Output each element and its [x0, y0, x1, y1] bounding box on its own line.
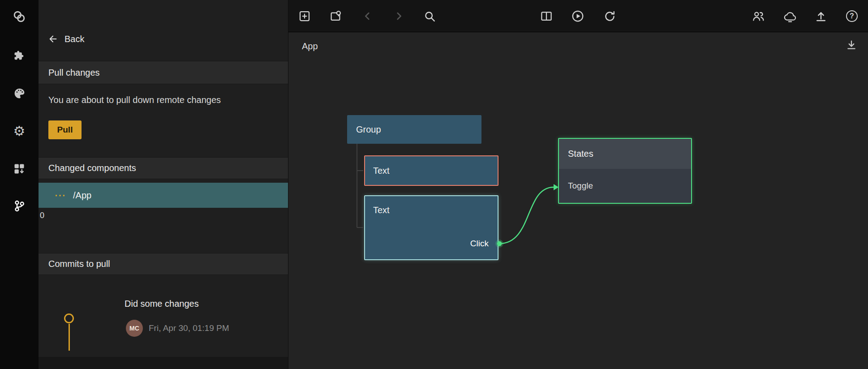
component-breadcrumb: App — [302, 41, 318, 51]
cloud-services-icon[interactable] — [783, 9, 797, 23]
preview-play-icon[interactable] — [571, 9, 584, 23]
node-states-row-label: Toggle — [568, 181, 593, 191]
changed-component-item-app[interactable]: ⋯ /App — [39, 183, 288, 208]
commit-graph-line — [69, 324, 70, 351]
node-text-selected-label: Text — [373, 205, 390, 215]
help-glyph: ? — [846, 10, 858, 22]
theme-palette-icon[interactable] — [11, 85, 27, 101]
node-group-label: Group — [356, 124, 381, 135]
node-states-row-toggle[interactable]: Toggle — [559, 169, 691, 203]
changed-components-title: Changed components — [48, 163, 136, 173]
hierarchy-lines — [357, 144, 363, 227]
collaborators-icon[interactable] — [752, 9, 765, 23]
node-text-changed[interactable]: Text — [364, 155, 498, 186]
nav-forward-icon[interactable] — [392, 9, 405, 23]
changed-components-header: Changed components — [39, 157, 288, 179]
pull-changes-title: Pull changes — [48, 68, 100, 78]
commit-timestamp: Fri, Apr 30, 01:19 PM — [149, 323, 229, 333]
node-states-header: States — [559, 139, 691, 169]
create-component-icon[interactable] — [329, 9, 342, 23]
changed-component-label: /App — [73, 190, 91, 201]
commits-to-pull-header: Commits to pull — [39, 253, 288, 275]
commit-graph-node — [64, 313, 74, 323]
version-control-icon[interactable] — [11, 198, 27, 214]
deploy-icon[interactable] — [814, 9, 828, 23]
nav-back-icon[interactable] — [361, 9, 374, 23]
changed-count-badge: 0 — [40, 211, 44, 220]
app-root: ⚙ Back Pull — [0, 0, 868, 369]
back-label: Back — [64, 34, 84, 44]
noodl-logo-icon[interactable] — [11, 9, 27, 25]
plugins-icon[interactable] — [11, 47, 27, 64]
pull-changes-header: Pull changes — [39, 61, 288, 84]
split-editor-icon[interactable] — [540, 9, 553, 23]
panel-footer-strip — [39, 357, 288, 369]
back-button[interactable]: Back — [39, 29, 288, 49]
add-node-icon[interactable] — [298, 9, 311, 23]
help-icon[interactable]: ? — [845, 9, 859, 23]
node-states-label: States — [568, 149, 593, 159]
components-icon[interactable] — [11, 161, 27, 177]
gear-glyph: ⚙ — [13, 124, 26, 138]
version-control-panel: Back Pull changes You are about to pull … — [39, 0, 288, 369]
node-group[interactable]: Group — [347, 115, 481, 144]
refresh-icon[interactable] — [603, 9, 616, 23]
settings-gear-icon[interactable]: ⚙ — [11, 123, 27, 139]
search-icon[interactable] — [423, 9, 436, 23]
activity-bar: ⚙ — [0, 0, 39, 369]
pull-button[interactable]: Pull — [48, 120, 82, 139]
back-arrow-icon — [48, 34, 58, 44]
node-text-selected[interactable]: Text Click — [364, 195, 498, 260]
commit-author-avatar: MC — [126, 320, 143, 337]
main-area: ? App Group Text Text Click — [288, 0, 868, 369]
signal-connection[interactable] — [495, 184, 559, 248]
node-text-changed-label: Text — [373, 166, 390, 176]
editor-toolbar: ? — [288, 0, 868, 32]
commit-message: Did some changes — [125, 299, 199, 309]
output-port-click-label: Click — [470, 239, 489, 249]
node-graph-canvas[interactable]: App Group Text Text Click States — [288, 32, 868, 369]
download-icon[interactable] — [845, 39, 858, 52]
node-states[interactable]: States Toggle — [558, 138, 692, 204]
commits-to-pull-title: Commits to pull — [48, 259, 110, 269]
pull-description: You are about to pull down remote change… — [48, 95, 221, 105]
